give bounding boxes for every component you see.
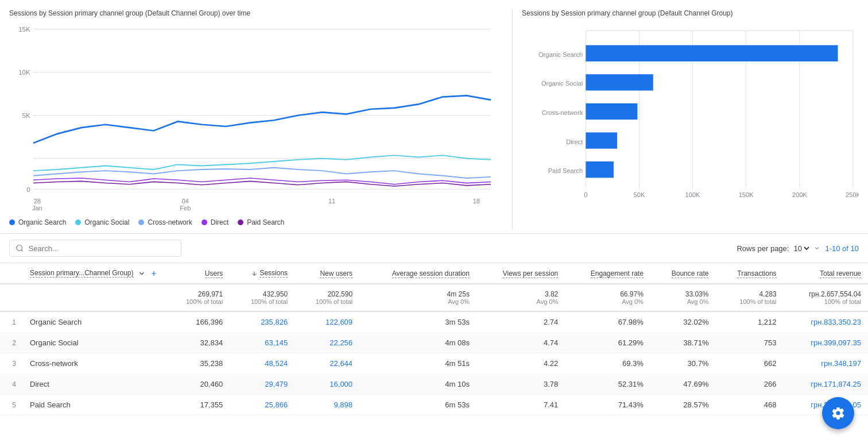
td-transactions: 1,212 bbox=[715, 311, 783, 333]
td-new-users: 9,898 bbox=[294, 395, 359, 415]
th-bounce-rate[interactable]: Bounce rate bbox=[650, 263, 716, 284]
td-views-per-session: 3.78 bbox=[476, 374, 565, 395]
td-views-per-session: 7.41 bbox=[476, 395, 565, 415]
page-range: 1-10 of 10 bbox=[825, 244, 859, 253]
data-table: Session primary...Channel Group) Users S bbox=[0, 263, 868, 415]
td-total-revenue: грн.171,874.25 bbox=[784, 374, 868, 395]
search-input[interactable] bbox=[29, 244, 175, 253]
table-body: 1 Organic Search 166,396 235,826 122,609… bbox=[0, 311, 868, 415]
td-sessions: 235,826 bbox=[230, 311, 294, 333]
td-totals-revenue: грн.2,657,554.04 100% of total bbox=[784, 284, 868, 311]
svg-rect-28 bbox=[586, 74, 653, 90]
td-channel: Organic Social bbox=[23, 333, 165, 353]
svg-text:0: 0 bbox=[584, 191, 587, 198]
svg-text:5K: 5K bbox=[22, 111, 30, 119]
td-row-num: 3 bbox=[0, 353, 23, 374]
svg-text:200K: 200K bbox=[792, 191, 808, 198]
td-channel: Organic Search bbox=[23, 311, 165, 333]
td-total-revenue: грн.348,197 bbox=[784, 353, 868, 374]
th-avg-session[interactable]: Average session duration bbox=[359, 263, 476, 284]
td-totals-transactions: 4,283 100% of total bbox=[715, 284, 783, 311]
td-engagement-rate: 67.98% bbox=[565, 311, 650, 333]
totals-row: 269,971 100% of total 432,950 100% of to… bbox=[0, 284, 868, 311]
add-column-icon[interactable] bbox=[150, 269, 158, 278]
rows-per-page-select[interactable]: 10 25 50 bbox=[791, 244, 811, 253]
td-row-num: 1 bbox=[0, 311, 23, 333]
svg-text:250K: 250K bbox=[846, 191, 859, 198]
td-channel: Paid Search bbox=[23, 395, 165, 415]
td-sessions: 25,866 bbox=[230, 395, 294, 415]
td-users: 166,396 bbox=[165, 311, 230, 333]
td-transactions: 266 bbox=[715, 374, 783, 395]
td-totals-views: 3.82 Avg 0% bbox=[476, 284, 565, 311]
svg-text:100K: 100K bbox=[685, 191, 701, 198]
th-total-revenue[interactable]: Total revenue bbox=[784, 263, 868, 284]
td-transactions: 753 bbox=[715, 333, 783, 353]
search-bar-row: Rows per page: 10 25 50 1-10 of 10 bbox=[0, 234, 868, 263]
svg-text:50K: 50K bbox=[634, 191, 645, 198]
td-totals-bounce: 33.03% Avg 0% bbox=[650, 284, 716, 311]
sort-desc-icon bbox=[251, 270, 258, 277]
td-engagement-rate: 69.3% bbox=[565, 353, 650, 374]
svg-text:10K: 10K bbox=[18, 68, 30, 76]
td-totals-sessions: 432,950 100% of total bbox=[230, 284, 294, 311]
td-avg-session: 4m 08s bbox=[359, 333, 476, 353]
rows-per-page: Rows per page: 10 25 50 bbox=[737, 244, 820, 253]
td-bounce-rate: 47.69% bbox=[650, 374, 716, 395]
line-chart-title: Sessions by Session primary channel grou… bbox=[9, 9, 503, 17]
td-users: 35,238 bbox=[165, 353, 230, 374]
td-total-revenue: грн.399,097.35 bbox=[784, 333, 868, 353]
settings-icon bbox=[831, 406, 845, 415]
td-users: 17,355 bbox=[165, 395, 230, 415]
svg-text:0: 0 bbox=[26, 185, 30, 192]
bottom-section: Rows per page: 10 25 50 1-10 of 10 Sessi… bbox=[0, 234, 868, 415]
td-totals-new-users: 202,590 100% of total bbox=[294, 284, 359, 311]
legend-organic-search: Organic Search bbox=[9, 218, 66, 226]
th-transactions[interactable]: Transactions bbox=[715, 263, 783, 284]
x-axis-labels: 28 Jan 04 Feb 11 18 bbox=[9, 195, 503, 211]
svg-text:Direct: Direct bbox=[566, 138, 583, 145]
td-totals-avg-session: 4m 25s Avg 0% bbox=[359, 284, 476, 311]
th-new-users[interactable]: New users bbox=[294, 263, 359, 284]
svg-text:Cross-network: Cross-network bbox=[542, 109, 583, 116]
rows-per-page-label: Rows per page: bbox=[737, 244, 789, 253]
table-header-row: Session primary...Channel Group) Users S bbox=[0, 263, 868, 284]
chart-legend: Organic Search Organic Social Cross-netw… bbox=[9, 211, 503, 229]
td-sessions: 29,479 bbox=[230, 374, 294, 395]
channel-filter-icon[interactable] bbox=[138, 269, 146, 278]
svg-text:150K: 150K bbox=[739, 191, 754, 198]
td-avg-session: 3m 53s bbox=[359, 311, 476, 333]
table-row: 2 Organic Social 32,834 63,145 22,256 4m… bbox=[0, 333, 868, 353]
td-channel: Direct bbox=[23, 374, 165, 395]
th-channel[interactable]: Session primary...Channel Group) bbox=[23, 263, 165, 284]
td-total-revenue: грн.833,350.23 bbox=[784, 311, 868, 333]
th-sessions[interactable]: Sessions bbox=[230, 263, 294, 284]
th-users[interactable]: Users bbox=[165, 263, 230, 284]
td-new-users: 22,644 bbox=[294, 353, 359, 374]
td-row-num: 2 bbox=[0, 333, 23, 353]
td-avg-session: 4m 51s bbox=[359, 353, 476, 374]
svg-rect-31 bbox=[586, 161, 614, 178]
table-row: 5 Paid Search 17,355 25,866 9,898 6m 53s… bbox=[0, 395, 868, 415]
pagination-row: Rows per page: 10 25 50 1-10 of 10 bbox=[737, 244, 859, 253]
td-views-per-session: 4.74 bbox=[476, 333, 565, 353]
td-new-users: 122,609 bbox=[294, 311, 359, 333]
td-avg-session: 6m 53s bbox=[359, 395, 476, 415]
chevron-down-icon bbox=[813, 245, 820, 252]
search-input-wrap[interactable] bbox=[9, 240, 181, 257]
td-engagement-rate: 71.43% bbox=[565, 395, 650, 415]
svg-text:Organic Search: Organic Search bbox=[538, 51, 583, 58]
td-views-per-session: 2.74 bbox=[476, 311, 565, 333]
td-bounce-rate: 38.71% bbox=[650, 333, 716, 353]
td-bounce-rate: 28.57% bbox=[650, 395, 716, 415]
td-totals-users: 269,971 100% of total bbox=[165, 284, 230, 311]
svg-text:Organic Social: Organic Social bbox=[541, 80, 583, 87]
table-row: 4 Direct 20,460 29,479 16,000 4m 10s 3.7… bbox=[0, 374, 868, 395]
svg-point-32 bbox=[17, 245, 22, 251]
td-engagement-rate: 61.29% bbox=[565, 333, 650, 353]
td-totals-num bbox=[0, 284, 23, 311]
th-views-per-session[interactable]: Views per session bbox=[476, 263, 565, 284]
th-engagement-rate[interactable]: Engagement rate bbox=[565, 263, 650, 284]
table-row: 3 Cross-network 35,238 48,524 22,644 4m … bbox=[0, 353, 868, 374]
td-avg-session: 4m 10s bbox=[359, 374, 476, 395]
